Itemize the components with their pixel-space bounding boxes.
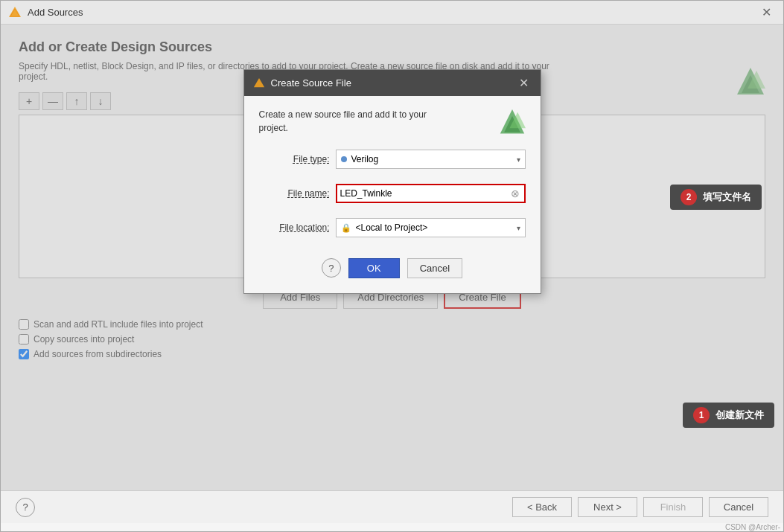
help-button[interactable]: ? — [16, 498, 35, 517]
footer-left: ? — [16, 498, 35, 517]
clear-filename-icon[interactable]: ⊗ — [509, 188, 521, 199]
file-type-value: Verilog — [351, 154, 379, 164]
modal-help-button[interactable]: ? — [322, 258, 341, 278]
footer-right: < Back Next > Finish Cancel — [512, 497, 768, 517]
modal-description: Create a new source file and add it to y… — [259, 108, 453, 135]
lock-icon: 🔒 — [341, 223, 351, 233]
modal-vivado-logo-icon — [499, 108, 526, 139]
file-location-select[interactable]: 🔒 <Local to Project> ▾ — [336, 218, 526, 237]
file-type-label: File type: — [259, 154, 330, 164]
cancel-button[interactable]: Cancel — [709, 497, 768, 517]
main-window: Add Sources ✕ Add or Create Design Sourc… — [0, 0, 784, 532]
modal-buttons-row: ? OK Cancel — [259, 252, 526, 281]
modal-title-left: Create Source File — [253, 77, 351, 89]
title-bar: Add Sources ✕ — [1, 1, 783, 25]
modal-close-button[interactable]: ✕ — [516, 76, 532, 90]
svg-marker-5 — [253, 77, 264, 86]
badge2-number: 2 — [681, 189, 697, 205]
modal-title-bar: Create Source File ✕ — [244, 70, 541, 96]
file-name-row: File name: ⊗ — [259, 184, 526, 203]
annotation-badge-2: 2 填写文件名 — [670, 185, 762, 210]
file-location-value: <Local to Project> — [356, 222, 428, 233]
create-source-modal: Create Source File ✕ Create a new source… — [243, 69, 541, 294]
file-type-arrow-icon: ▾ — [517, 156, 520, 164]
window-close-button[interactable]: ✕ — [757, 4, 776, 21]
modal-ok-button[interactable]: OK — [348, 258, 400, 278]
file-type-row: File type: Verilog ▾ — [259, 150, 526, 169]
modal-overlay: Create Source File ✕ Create a new source… — [1, 25, 783, 490]
file-location-row: File location: 🔒 <Local to Project> ▾ — [259, 218, 526, 237]
annotation-badge-1: 1 创建新文件 — [683, 403, 774, 428]
title-bar-left: Add Sources — [8, 6, 83, 19]
file-location-arrow-icon: ▾ — [517, 224, 520, 232]
verilog-dot-icon — [341, 156, 347, 162]
badge1-text: 创建新文件 — [716, 408, 764, 422]
modal-logo-icon — [253, 77, 265, 89]
finish-button[interactable]: Finish — [643, 497, 703, 517]
vivado-logo-icon — [8, 6, 22, 19]
file-location-label: File location: — [259, 222, 330, 233]
content-area: Add or Create Design Sources Specify HDL… — [1, 25, 783, 490]
window-title: Add Sources — [28, 7, 83, 18]
file-name-label: File name: — [259, 188, 330, 199]
modal-title: Create Source File — [271, 77, 351, 89]
file-name-input-wrapper: ⊗ — [336, 184, 526, 203]
back-button[interactable]: < Back — [512, 497, 572, 517]
modal-description-row: Create a new source file and add it to y… — [259, 108, 526, 139]
file-name-input[interactable] — [340, 188, 509, 199]
next-button[interactable]: Next > — [578, 497, 637, 517]
badge1-number: 1 — [693, 407, 710, 423]
file-type-select[interactable]: Verilog ▾ — [336, 150, 526, 169]
modal-cancel-button[interactable]: Cancel — [407, 258, 462, 278]
footer: ? < Back Next > Finish Cancel — [1, 490, 783, 523]
watermark: CSDN @Archer- — [1, 523, 783, 531]
badge2-text: 填写文件名 — [703, 190, 751, 204]
modal-body: Create a new source file and add it to y… — [244, 96, 541, 293]
